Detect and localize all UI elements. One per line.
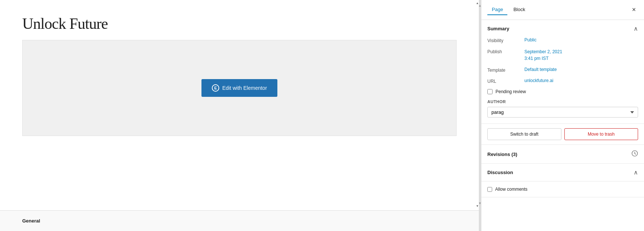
- tab-page[interactable]: Page: [487, 4, 507, 15]
- publish-value[interactable]: September 2, 2021 3:41 pm IST: [524, 48, 562, 62]
- sidebar-header: Page Block ×: [481, 0, 644, 20]
- visibility-row: Visibility Public: [487, 37, 638, 43]
- edit-elementor-label: Edit with Elementor: [222, 85, 267, 91]
- editor-area: Unlock Future E Edit with Elementor Gene…: [0, 0, 479, 231]
- url-label: URL: [487, 78, 524, 84]
- summary-title: Summary: [487, 26, 509, 31]
- url-value[interactable]: unlockfuture.ai: [524, 78, 553, 83]
- revisions-history-icon: [631, 150, 638, 158]
- resize-handle[interactable]: ▲ ▼: [479, 0, 481, 231]
- pending-review-label[interactable]: Pending review: [495, 89, 526, 94]
- publish-date: September 2, 2021: [524, 49, 562, 54]
- post-title[interactable]: Unlock Future: [22, 15, 457, 33]
- general-section-label: General: [22, 218, 40, 224]
- publish-row: Publish September 2, 2021 3:41 pm IST: [487, 48, 638, 62]
- editor-wrapper: Unlock Future E Edit with Elementor Gene…: [0, 0, 479, 231]
- publish-time: 3:41 pm IST: [524, 56, 548, 61]
- editor-content: Unlock Future E Edit with Elementor: [0, 0, 479, 210]
- author-select[interactable]: parag admin: [487, 107, 638, 118]
- visibility-label: Visibility: [487, 37, 524, 43]
- elementor-zone: E Edit with Elementor: [22, 40, 457, 136]
- summary-section-header[interactable]: Summary ∧: [481, 20, 644, 37]
- elementor-icon: E: [212, 84, 219, 92]
- sidebar: Page Block × Summary ∧ Visibility Public…: [481, 0, 644, 231]
- sidebar-close-button[interactable]: ×: [630, 5, 638, 14]
- discussion-section: Discussion ∧ Allow comments: [481, 164, 644, 197]
- edit-elementor-button[interactable]: E Edit with Elementor: [201, 79, 277, 97]
- revisions-row[interactable]: Revisions (3): [481, 145, 644, 164]
- allow-comments-label[interactable]: Allow comments: [495, 187, 527, 192]
- summary-section: Summary ∧ Visibility Public Publish Sept…: [481, 20, 644, 124]
- template-row: Template Default template: [487, 67, 638, 73]
- switch-to-draft-button[interactable]: Switch to draft: [487, 128, 561, 140]
- divider-arrow-up: ▲: [478, 4, 482, 7]
- move-to-trash-button[interactable]: Move to trash: [564, 128, 638, 140]
- divider-arrow-down: ▼: [478, 201, 482, 205]
- pending-review-checkbox[interactable]: [487, 89, 493, 94]
- revisions-label: Revisions (3): [487, 152, 517, 157]
- discussion-toggle-icon: ∧: [634, 169, 638, 176]
- sidebar-tabs: Page Block: [487, 4, 531, 15]
- action-buttons: Switch to draft Move to trash: [481, 124, 644, 145]
- discussion-section-header[interactable]: Discussion ∧: [481, 164, 644, 181]
- editor-bottom: General: [0, 210, 479, 231]
- author-section: AUTHOR parag admin: [487, 99, 638, 118]
- url-row: URL unlockfuture.ai: [487, 78, 638, 84]
- template-label: Template: [487, 67, 524, 73]
- summary-toggle-icon: ∧: [634, 25, 638, 32]
- discussion-title: Discussion: [487, 170, 513, 175]
- tab-block[interactable]: Block: [509, 4, 530, 15]
- allow-comments-row: Allow comments: [481, 181, 644, 197]
- allow-comments-checkbox[interactable]: [487, 187, 492, 192]
- pending-review-row: Pending review: [487, 89, 638, 94]
- visibility-value[interactable]: Public: [524, 37, 537, 43]
- summary-content: Visibility Public Publish September 2, 2…: [481, 37, 644, 123]
- publish-label: Publish: [487, 48, 524, 54]
- svg-line-2: [635, 154, 636, 154]
- template-value[interactable]: Default template: [524, 67, 557, 72]
- author-label: AUTHOR: [487, 99, 638, 104]
